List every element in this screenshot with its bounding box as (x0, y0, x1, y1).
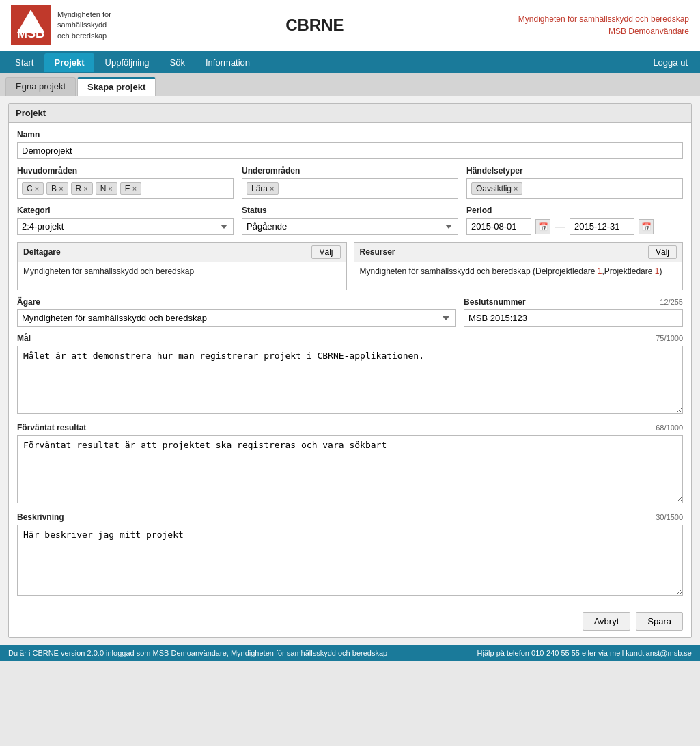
forvantat-label: Förväntat resultat (17, 423, 86, 432)
period-row: 📅 — 📅 (466, 218, 683, 235)
agare-wrapper: Myndigheten för samhällsskydd och bereds… (17, 309, 456, 327)
forvantat-textarea[interactable]: Förväntat resultat är att projektet ska … (17, 435, 683, 503)
period-end-calendar-icon[interactable]: 📅 (639, 219, 654, 234)
status-select[interactable]: Pågående Avslutat Planerat (242, 218, 458, 235)
resurser-link1[interactable]: 1 (598, 266, 602, 276)
user-info: Myndigheten för samhällsskydd och bereds… (518, 13, 689, 38)
agare-label: Ägare (17, 297, 456, 307)
tab-skapa-projekt[interactable]: Skapa projekt (77, 77, 156, 96)
form-panel: Projekt Namn Huvudområden C × B × R × N … (8, 103, 692, 638)
nav-item-sok[interactable]: Sök (160, 53, 195, 72)
spara-button[interactable]: Spara (636, 612, 683, 631)
form-panel-header: Projekt (9, 104, 691, 123)
footer-right: Hjälp på telefon 010-240 55 55 eller via… (477, 649, 692, 657)
underomraden-label: Underområden (242, 166, 458, 176)
kategori-select[interactable]: 2:4-projekt Annat (17, 218, 234, 235)
beslutsnummer-section: Beslutsnummer 12/255 (464, 297, 683, 327)
period-start-calendar-icon[interactable]: 📅 (535, 219, 550, 234)
agare-beslut-row: Ägare Myndigheten för samhällsskydd och … (17, 297, 683, 327)
beskrivning-textarea[interactable]: Här beskriver jag mitt projekt (17, 525, 683, 596)
user-name: MSB Demoanvändare (518, 25, 689, 38)
logout-button[interactable]: Logga ut (646, 53, 695, 72)
resurser-text: Myndigheten för samhällsskydd och bereds… (360, 266, 662, 276)
beslutsnummer-count: 12/255 (660, 298, 683, 306)
period-label: Period (466, 206, 683, 215)
handelsetyper-section: Händelsetyper Oavsiktlig × (466, 166, 683, 199)
tag-oavsiktlig[interactable]: Oavsiktlig × (471, 182, 522, 195)
agare-select[interactable]: Myndigheten för samhällsskydd och bereds… (17, 309, 456, 327)
beskrivning-label: Beskrivning (17, 512, 64, 522)
deltagare-section: Deltagare Välj Myndigheten för samhällss… (17, 242, 347, 290)
handelsetyper-field[interactable]: Oavsiktlig × (466, 178, 683, 199)
tag-e[interactable]: E × (120, 182, 141, 195)
agare-section: Ägare Myndigheten för samhällsskydd och … (17, 297, 456, 327)
avbryt-button[interactable]: Avbryt (583, 612, 631, 631)
tag-n[interactable]: N × (96, 182, 117, 195)
mal-textarea[interactable]: Målet är att demonstrera hur man registr… (17, 346, 683, 414)
app-title: CBRNE (111, 16, 518, 35)
tag-c-remove[interactable]: × (35, 184, 39, 193)
footer: Du är i CBRNE version 2.0.0 inloggad som… (0, 645, 700, 661)
tag-lara[interactable]: Lära × (247, 182, 279, 195)
tag-lara-remove[interactable]: × (270, 184, 274, 193)
nav-item-information[interactable]: Information (196, 53, 260, 72)
tag-oavsiktlig-remove[interactable]: × (514, 184, 518, 193)
mal-count: 75/1000 (656, 334, 683, 342)
nav-item-uppfoljning[interactable]: Uppföljning (96, 53, 159, 72)
footer-left: Du är i CBRNE version 2.0.0 inloggad som… (8, 649, 387, 657)
resurser-header: Resurser Välj (354, 243, 683, 262)
forvantat-count: 68/1000 (656, 424, 683, 432)
mal-label: Mål (17, 333, 31, 343)
deltagare-content: Myndigheten för samhällsskydd och bereds… (18, 262, 346, 290)
nav-item-projekt[interactable]: Projekt (44, 53, 94, 72)
form-body: Namn Huvudområden C × B × R × N × E × Un… (9, 123, 691, 605)
resurser-content: Myndigheten för samhällsskydd och bereds… (354, 262, 683, 290)
status-section: Status Pågående Avslutat Planerat (242, 206, 458, 235)
tag-n-remove[interactable]: × (108, 184, 112, 193)
period-section: Period 📅 — 📅 (466, 206, 683, 235)
kategori-section: Kategori 2:4-projekt Annat (17, 206, 234, 235)
huvudomraden-section: Huvudområden C × B × R × N × E × (17, 166, 234, 199)
period-start-input[interactable] (466, 218, 531, 235)
beskrivning-count: 30/1500 (656, 513, 683, 521)
logo-subtext: Myndigheten församhällsskyddoch beredska… (57, 10, 111, 41)
huvudomraden-field[interactable]: C × B × R × N × E × (17, 178, 234, 199)
nav-bar: Start Projekt Uppföljning Sök Informatio… (0, 51, 700, 73)
namn-input[interactable] (17, 142, 683, 159)
kategori-label: Kategori (17, 206, 234, 215)
underomraden-section: Underområden Lära × (242, 166, 458, 199)
nav-item-start[interactable]: Start (5, 53, 43, 72)
tag-e-remove[interactable]: × (132, 184, 137, 193)
resurser-section: Resurser Välj Myndigheten för samhällssk… (354, 242, 684, 290)
tag-r-remove[interactable]: × (83, 184, 87, 193)
huvudomraden-label: Huvudområden (17, 166, 234, 176)
tag-c[interactable]: C × (22, 182, 44, 195)
tag-b-remove[interactable]: × (59, 184, 63, 193)
tag-b[interactable]: B × (46, 182, 68, 195)
resurser-valj-button[interactable]: Välj (648, 245, 677, 259)
period-dash: — (555, 221, 565, 233)
deltagare-valj-button[interactable]: Välj (311, 245, 340, 259)
tag-r[interactable]: R × (71, 182, 93, 195)
deltagare-header: Deltagare Välj (18, 243, 346, 262)
logo-box: MSB (11, 5, 51, 45)
beslutsnummer-input[interactable] (464, 309, 683, 327)
main-content: Projekt Namn Huvudområden C × B × R × N … (0, 96, 700, 645)
resurser-title: Resurser (360, 247, 395, 257)
user-org: Myndigheten för samhällsskydd och bereds… (518, 13, 689, 25)
tab-egna-projekt[interactable]: Egna projekt (5, 77, 76, 96)
namn-label: Namn (17, 130, 683, 139)
resurser-link2[interactable]: 1 (655, 266, 660, 276)
deltagare-title: Deltagare (23, 247, 61, 257)
top-header: MSB Myndigheten församhällsskyddoch bere… (0, 0, 700, 51)
kategori-wrapper: 2:4-projekt Annat (17, 218, 234, 235)
logo-msb-text: MSB (17, 27, 44, 41)
deltagare-resurser-row: Deltagare Välj Myndigheten för samhällss… (17, 242, 683, 290)
deltagare-value: Myndigheten för samhällsskydd och bereds… (23, 266, 194, 276)
form-actions: Avbryt Spara (9, 605, 691, 637)
underomraden-field[interactable]: Lära × (242, 178, 458, 199)
beslutsnummer-label: Beslutsnummer (464, 297, 526, 307)
status-label: Status (242, 206, 458, 215)
period-end-input[interactable] (570, 218, 634, 235)
tabs-bar: Egna projekt Skapa projekt (0, 73, 700, 96)
